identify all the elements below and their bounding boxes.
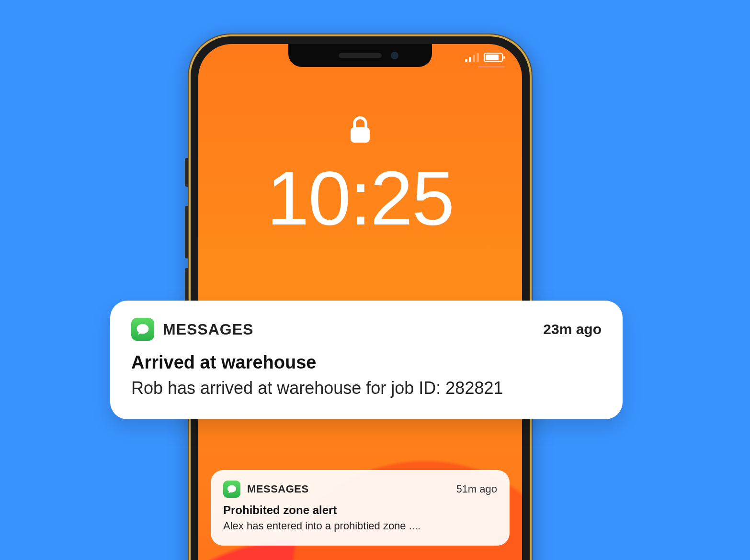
notch <box>288 44 432 67</box>
notification-body: Rob has arrived at warehouse for job ID:… <box>131 377 602 400</box>
notification-card[interactable]: MESSAGES 51m ago Prohibited zone alert A… <box>211 470 510 546</box>
notification-title: Arrived at warehouse <box>131 352 602 373</box>
messages-app-icon <box>131 318 154 341</box>
messages-app-icon <box>223 481 240 498</box>
notification-app-label: MESSAGES <box>163 321 253 338</box>
notification-header: MESSAGES 23m ago <box>131 318 602 341</box>
cellular-signal-icon <box>465 53 479 62</box>
lock-icon <box>349 116 371 146</box>
notification-time: 51m ago <box>456 483 497 495</box>
battery-icon <box>484 53 503 62</box>
notification-body: Alex has entered into a prohibtied zone … <box>223 519 497 533</box>
notification-time: 23m ago <box>543 321 602 337</box>
status-underline <box>478 66 505 67</box>
notification-app-label: MESSAGES <box>247 483 309 495</box>
phone-frame: 10:25 MESSAGES 51m ago Prohibited zone a… <box>188 34 533 560</box>
lockscreen-time: 10:25 <box>198 154 522 242</box>
speaker-grill <box>339 53 382 58</box>
svg-rect-0 <box>351 127 370 143</box>
notification-card[interactable]: MESSAGES 23m ago Arrived at warehouse Ro… <box>110 301 623 419</box>
front-camera <box>391 52 398 59</box>
status-bar <box>465 53 503 62</box>
notification-header: MESSAGES 51m ago <box>223 481 497 498</box>
notification-title: Prohibited zone alert <box>223 504 497 517</box>
